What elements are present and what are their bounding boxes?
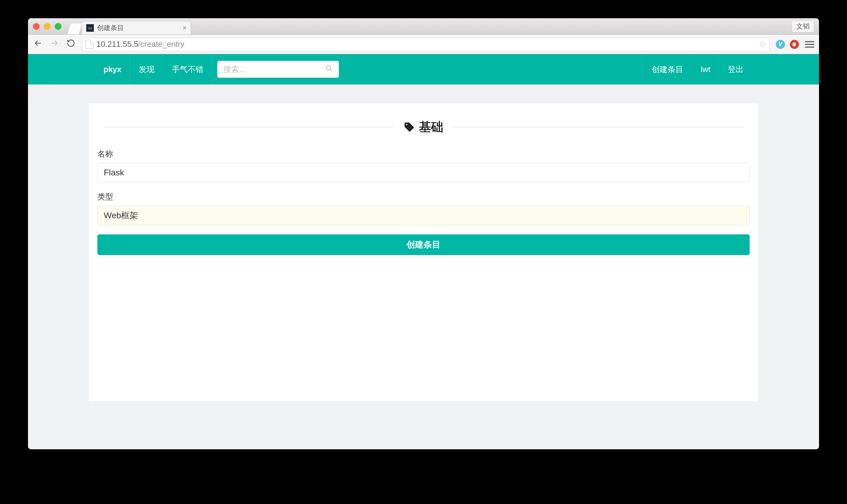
brand-text: pkyx: [103, 65, 121, 74]
url-host: 10.211.55.5: [97, 39, 138, 49]
arrow-left-icon: [34, 39, 42, 48]
nav-link-label: 创建条目: [652, 64, 683, 75]
search-input[interactable]: [223, 65, 326, 74]
forward-button[interactable]: [49, 39, 59, 50]
tab-close-button[interactable]: ×: [183, 24, 187, 32]
nav-divider: [339, 54, 339, 85]
nav-link-lucky[interactable]: 手气不错: [163, 54, 212, 85]
hand-icon: [792, 42, 797, 47]
svg-point-0: [326, 66, 331, 70]
section-title: 基础: [419, 119, 443, 135]
profile-chip[interactable]: 文韬: [792, 20, 814, 33]
section-heading: 基础: [97, 119, 750, 135]
type-input[interactable]: [97, 206, 750, 225]
url-path: /create_entry: [138, 39, 184, 49]
reload-button[interactable]: [66, 39, 76, 50]
tab-title: 创建条目: [97, 23, 124, 33]
browser-window: ▭ 创建条目 × 文韬 10.211.55.5/create_en: [28, 18, 819, 449]
nav-link-username[interactable]: lwt: [692, 54, 719, 85]
extension-block-icon[interactable]: [790, 40, 799, 49]
window-title-bar: ▭ 创建条目 × 文韬: [28, 18, 819, 35]
nav-divider: [212, 54, 212, 85]
search-icon[interactable]: [326, 65, 333, 74]
page-icon: [86, 40, 93, 49]
submit-button[interactable]: 创建条目: [97, 234, 750, 255]
extension-v-icon[interactable]: V: [776, 40, 785, 49]
nav-link-label: lwt: [701, 65, 710, 74]
nav-link-label: 手气不错: [172, 64, 204, 75]
browser-toolbar: 10.211.55.5/create_entry ☆ V: [28, 35, 819, 54]
window-maximize-button[interactable]: [55, 23, 62, 30]
name-input[interactable]: [97, 163, 750, 182]
bookmark-star-icon[interactable]: ☆: [759, 39, 766, 49]
tag-icon: [404, 122, 415, 132]
form-card: 基础 名称 类型 创建条目: [89, 103, 758, 401]
name-label: 名称: [97, 149, 750, 159]
page-body: pkyx 发现 手气不错: [28, 54, 819, 449]
nav-link-label: 登出: [728, 64, 744, 75]
type-label: 类型: [97, 192, 750, 202]
window-controls: [33, 23, 62, 30]
arrow-right-icon: [50, 39, 59, 48]
brand-logo[interactable]: pkyx: [95, 54, 130, 85]
profile-name: 文韬: [796, 22, 810, 30]
app-navbar: pkyx 发现 手气不错: [28, 54, 819, 85]
nav-link-logout[interactable]: 登出: [719, 54, 752, 85]
extension-icons: V: [776, 40, 799, 49]
tab-strip: ▭ 创建条目 ×: [69, 18, 191, 34]
window-close-button[interactable]: [33, 23, 39, 30]
nav-link-create-entry[interactable]: 创建条目: [643, 54, 692, 85]
new-tab-chip[interactable]: [67, 23, 83, 34]
nav-link-discover[interactable]: 发现: [130, 54, 163, 85]
svg-line-1: [330, 69, 332, 71]
browser-tab[interactable]: ▭ 创建条目 ×: [82, 21, 191, 34]
back-button[interactable]: [33, 39, 43, 50]
browser-menu-button[interactable]: [805, 41, 814, 48]
tab-favicon-icon: ▭: [86, 24, 94, 32]
search-box[interactable]: [217, 61, 339, 78]
submit-label: 创建条目: [407, 240, 440, 249]
nav-link-label: 发现: [139, 64, 155, 75]
reload-icon: [67, 39, 75, 48]
address-bar[interactable]: 10.211.55.5/create_entry ☆: [82, 38, 770, 51]
window-minimize-button[interactable]: [44, 23, 51, 30]
